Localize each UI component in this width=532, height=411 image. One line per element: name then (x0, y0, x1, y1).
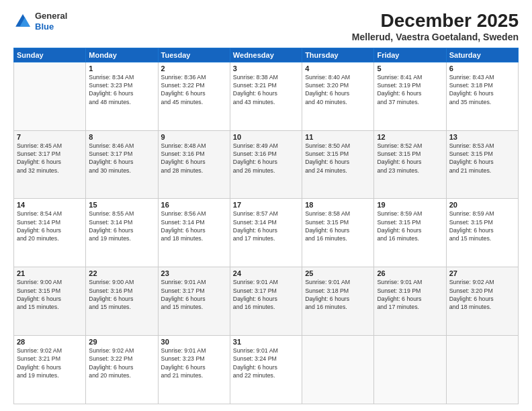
logo-blue: Blue (35, 21, 54, 32)
day-info: Sunrise: 9:02 AM Sunset: 3:21 PM Dayligh… (17, 347, 83, 379)
day-number: 24 (233, 269, 299, 277)
table-row: 4Sunrise: 8:40 AM Sunset: 3:20 PM Daylig… (302, 62, 374, 130)
table-row: 27Sunrise: 9:02 AM Sunset: 3:20 PM Dayli… (446, 267, 518, 336)
day-info: Sunrise: 8:57 AM Sunset: 3:14 PM Dayligh… (233, 210, 299, 242)
day-info: Sunrise: 9:00 AM Sunset: 3:15 PM Dayligh… (17, 278, 83, 311)
day-info: Sunrise: 8:38 AM Sunset: 3:21 PM Dayligh… (233, 73, 299, 106)
day-number: 22 (89, 269, 154, 277)
header: General Blue December 2025 Mellerud, Vae… (13, 11, 519, 42)
col-friday: Friday (374, 48, 446, 62)
col-thursday: Thursday (302, 48, 374, 62)
day-number: 3 (233, 64, 299, 73)
day-number: 16 (161, 201, 227, 209)
day-info: Sunrise: 8:48 AM Sunset: 3:16 PM Dayligh… (161, 142, 227, 175)
day-info: Sunrise: 8:49 AM Sunset: 3:16 PM Dayligh… (233, 142, 299, 175)
day-info: Sunrise: 8:50 AM Sunset: 3:15 PM Dayligh… (305, 142, 371, 175)
logo-general: General (35, 11, 67, 21)
page-subtitle: Mellerud, Vaestra Goetaland, Sweden (352, 32, 519, 42)
page-title: December 2025 (352, 11, 519, 32)
day-number: 29 (89, 338, 154, 346)
table-row: 14Sunrise: 8:54 AM Sunset: 3:14 PM Dayli… (14, 199, 86, 267)
day-info: Sunrise: 8:56 AM Sunset: 3:14 PM Dayligh… (161, 210, 227, 242)
col-saturday: Saturday (446, 48, 518, 62)
day-number: 5 (377, 64, 443, 73)
col-wednesday: Wednesday (230, 48, 302, 62)
day-number: 2 (161, 64, 227, 73)
day-number: 1 (89, 64, 154, 73)
day-info: Sunrise: 8:43 AM Sunset: 3:18 PM Dayligh… (449, 73, 515, 106)
table-row: 16Sunrise: 8:56 AM Sunset: 3:14 PM Dayli… (158, 199, 230, 267)
table-row: 9Sunrise: 8:48 AM Sunset: 3:16 PM Daylig… (158, 130, 230, 199)
table-row (446, 336, 518, 404)
title-block: December 2025 Mellerud, Vaestra Goetalan… (352, 11, 519, 42)
day-number: 6 (449, 64, 515, 73)
table-row: 17Sunrise: 8:57 AM Sunset: 3:14 PM Dayli… (230, 199, 302, 267)
table-row: 22Sunrise: 9:00 AM Sunset: 3:16 PM Dayli… (86, 267, 158, 336)
table-row: 20Sunrise: 8:59 AM Sunset: 3:15 PM Dayli… (446, 199, 518, 267)
day-info: Sunrise: 9:01 AM Sunset: 3:19 PM Dayligh… (377, 278, 443, 311)
day-info: Sunrise: 8:52 AM Sunset: 3:15 PM Dayligh… (377, 142, 443, 175)
day-info: Sunrise: 8:59 AM Sunset: 3:15 PM Dayligh… (449, 210, 515, 242)
day-info: Sunrise: 8:58 AM Sunset: 3:15 PM Dayligh… (305, 210, 371, 242)
table-row: 18Sunrise: 8:58 AM Sunset: 3:15 PM Dayli… (302, 199, 374, 267)
table-row: 2Sunrise: 8:36 AM Sunset: 3:22 PM Daylig… (158, 62, 230, 130)
day-number: 31 (233, 338, 299, 346)
table-row: 6Sunrise: 8:43 AM Sunset: 3:18 PM Daylig… (446, 62, 518, 130)
day-info: Sunrise: 9:01 AM Sunset: 3:18 PM Dayligh… (305, 278, 371, 311)
day-number: 15 (89, 201, 154, 209)
col-monday: Monday (86, 48, 158, 62)
day-number: 13 (449, 133, 515, 141)
calendar-week-row: 1Sunrise: 8:34 AM Sunset: 3:23 PM Daylig… (14, 62, 519, 130)
col-tuesday: Tuesday (158, 48, 230, 62)
calendar-week-row: 14Sunrise: 8:54 AM Sunset: 3:14 PM Dayli… (14, 199, 519, 267)
day-info: Sunrise: 9:01 AM Sunset: 3:24 PM Dayligh… (233, 347, 299, 379)
day-number: 25 (305, 269, 371, 277)
day-number: 4 (305, 64, 371, 73)
day-number: 10 (233, 133, 299, 141)
day-number: 14 (17, 201, 83, 209)
table-row: 23Sunrise: 9:01 AM Sunset: 3:17 PM Dayli… (158, 267, 230, 336)
table-row: 29Sunrise: 9:02 AM Sunset: 3:22 PM Dayli… (86, 336, 158, 404)
day-info: Sunrise: 8:55 AM Sunset: 3:14 PM Dayligh… (89, 210, 154, 242)
table-row: 19Sunrise: 8:59 AM Sunset: 3:15 PM Dayli… (374, 199, 446, 267)
table-row: 3Sunrise: 8:38 AM Sunset: 3:21 PM Daylig… (230, 62, 302, 130)
table-row: 11Sunrise: 8:50 AM Sunset: 3:15 PM Dayli… (302, 130, 374, 199)
table-row: 26Sunrise: 9:01 AM Sunset: 3:19 PM Dayli… (374, 267, 446, 336)
page: General Blue December 2025 Mellerud, Vae… (0, 0, 532, 411)
table-row: 8Sunrise: 8:46 AM Sunset: 3:17 PM Daylig… (86, 130, 158, 199)
logo-text: General Blue (35, 11, 67, 32)
day-number: 9 (161, 133, 227, 141)
table-row (374, 336, 446, 404)
table-row: 12Sunrise: 8:52 AM Sunset: 3:15 PM Dayli… (374, 130, 446, 199)
day-info: Sunrise: 9:01 AM Sunset: 3:17 PM Dayligh… (233, 278, 299, 311)
day-number: 8 (89, 133, 154, 141)
day-info: Sunrise: 8:41 AM Sunset: 3:19 PM Dayligh… (377, 73, 443, 106)
table-row: 7Sunrise: 8:45 AM Sunset: 3:17 PM Daylig… (14, 130, 86, 199)
day-number: 11 (305, 133, 371, 141)
table-row: 21Sunrise: 9:00 AM Sunset: 3:15 PM Dayli… (14, 267, 86, 336)
table-row: 5Sunrise: 8:41 AM Sunset: 3:19 PM Daylig… (374, 62, 446, 130)
day-number: 12 (377, 133, 443, 141)
day-number: 20 (449, 201, 515, 209)
day-number: 28 (17, 338, 83, 346)
table-row: 24Sunrise: 9:01 AM Sunset: 3:17 PM Dayli… (230, 267, 302, 336)
day-info: Sunrise: 8:34 AM Sunset: 3:23 PM Dayligh… (89, 73, 154, 106)
day-info: Sunrise: 9:01 AM Sunset: 3:17 PM Dayligh… (161, 278, 227, 311)
day-info: Sunrise: 9:01 AM Sunset: 3:23 PM Dayligh… (161, 347, 227, 379)
table-row: 30Sunrise: 9:01 AM Sunset: 3:23 PM Dayli… (158, 336, 230, 404)
table-row: 31Sunrise: 9:01 AM Sunset: 3:24 PM Dayli… (230, 336, 302, 404)
calendar-week-row: 28Sunrise: 9:02 AM Sunset: 3:21 PM Dayli… (14, 336, 519, 404)
day-number: 19 (377, 201, 443, 209)
calendar-table: Sunday Monday Tuesday Wednesday Thursday… (13, 48, 519, 404)
table-row (302, 336, 374, 404)
calendar-header-row: Sunday Monday Tuesday Wednesday Thursday… (14, 48, 519, 62)
day-info: Sunrise: 8:54 AM Sunset: 3:14 PM Dayligh… (17, 210, 83, 242)
table-row: 10Sunrise: 8:49 AM Sunset: 3:16 PM Dayli… (230, 130, 302, 199)
day-info: Sunrise: 9:02 AM Sunset: 3:22 PM Dayligh… (89, 347, 154, 379)
day-number: 7 (17, 133, 83, 141)
day-info: Sunrise: 8:40 AM Sunset: 3:20 PM Dayligh… (305, 73, 371, 106)
logo: General Blue (13, 11, 67, 32)
day-info: Sunrise: 8:46 AM Sunset: 3:17 PM Dayligh… (89, 142, 154, 175)
calendar-week-row: 21Sunrise: 9:00 AM Sunset: 3:15 PM Dayli… (14, 267, 519, 336)
day-info: Sunrise: 9:02 AM Sunset: 3:20 PM Dayligh… (449, 278, 515, 311)
